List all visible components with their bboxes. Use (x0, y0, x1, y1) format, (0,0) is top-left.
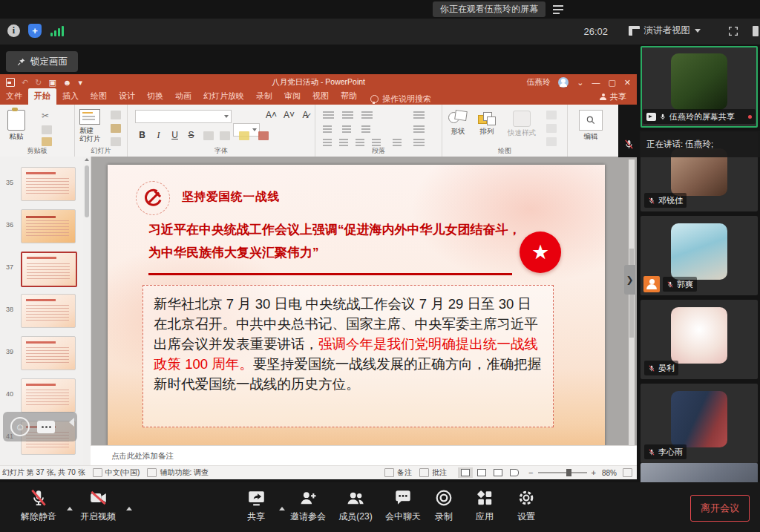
zoom-slider-thumb[interactable] (566, 469, 571, 476)
quick-access-toolbar[interactable]: ↶ ↻ ▣ ☻ ▾ (6, 78, 82, 88)
text-direction-icon[interactable] (413, 111, 425, 120)
editing-button[interactable]: 编辑 (579, 110, 603, 142)
slide-body-textbox[interactable]: 新华社北京 7 月 30 日电 中央统战工作会议 7 月 29 日至 30 日在… (142, 285, 554, 427)
participant-tile[interactable]: 晏利 (641, 300, 758, 379)
paste-button[interactable]: 粘贴 (7, 110, 25, 142)
customize-qat-icon[interactable]: ▾ (78, 78, 82, 88)
new-slide-button[interactable]: 新建 幻灯片 (79, 109, 101, 142)
slideshow-view-button[interactable] (507, 467, 522, 478)
fullscreen-icon[interactable] (727, 25, 739, 37)
bullets-icon[interactable] (323, 111, 334, 120)
accessibility-status[interactable]: 辅助功能: 调查 (160, 467, 209, 478)
participant-tile[interactable]: 郭爽 (641, 216, 758, 295)
redo-icon[interactable]: ↻ (35, 78, 42, 88)
account-icon[interactable]: ☻ (63, 78, 72, 87)
reaction-smiley-icon[interactable]: ☺ (10, 417, 30, 436)
invite-button[interactable]: 邀请参会 (285, 488, 331, 523)
tab-view[interactable]: 视图 (307, 88, 335, 105)
tab-transitions[interactable]: 切换 (141, 88, 169, 105)
slide-thumbnail[interactable] (21, 294, 76, 328)
slide-thumbnail[interactable] (21, 378, 76, 413)
section-icon[interactable] (111, 137, 121, 146)
tab-draw[interactable]: 绘图 (85, 88, 113, 105)
slide-thumbnail[interactable] (21, 336, 76, 370)
video-options-caret[interactable] (126, 507, 132, 510)
reset-slide-icon[interactable] (111, 124, 121, 133)
clear-format-icon[interactable]: A̷ (300, 110, 311, 120)
list-level-icon[interactable] (361, 111, 373, 120)
security-shield-icon[interactable]: + (28, 24, 42, 38)
zoom-in-button[interactable]: + (592, 468, 596, 477)
close-icon[interactable]: ✕ (624, 78, 631, 88)
lock-view-button[interactable]: 锁定画面 (6, 51, 78, 72)
account-avatar[interactable] (558, 77, 569, 88)
layout-menu-icon[interactable] (111, 111, 121, 119)
arrange-button[interactable]: 排列 (478, 111, 496, 137)
change-case-icon[interactable] (220, 131, 230, 140)
chat-button[interactable]: 会中聊天 (381, 488, 425, 523)
restore-icon[interactable]: ▢ (608, 78, 615, 88)
tell-me-search[interactable]: 操作说明搜索 (370, 93, 431, 105)
grow-font-icon[interactable]: A˄ (266, 110, 277, 120)
shape-fill-icon[interactable] (546, 111, 557, 119)
cut-icon[interactable]: ✂ (42, 111, 49, 121)
apps-button[interactable]: 应用 (469, 488, 500, 523)
tab-help[interactable]: 帮助 (335, 88, 363, 105)
current-slide[interactable]: 坚持爱国统一战线 习近平在中央统战工作会议上强调“促进海内外中华儿女团结奋斗， … (108, 165, 605, 447)
line-spacing-icon[interactable] (361, 125, 370, 134)
tab-slideshow[interactable]: 幻灯片放映 (197, 88, 250, 105)
zoom-level[interactable]: 88% (602, 469, 617, 477)
align-text-icon[interactable] (413, 125, 425, 134)
leave-meeting-button[interactable]: 离开会议 (690, 495, 750, 522)
banner-menu-icon[interactable] (553, 5, 565, 14)
thumbnail-scrollbar[interactable] (83, 157, 91, 465)
tab-insert[interactable]: 插入 (56, 88, 85, 105)
tab-record[interactable]: 录制 (250, 88, 278, 105)
undo-icon[interactable]: ↶ (22, 78, 28, 88)
decrease-indent-icon[interactable] (323, 125, 332, 134)
language-label[interactable]: 中文(中国) (105, 467, 140, 478)
share-screen-button[interactable]: 共享 (239, 488, 273, 523)
tab-home[interactable]: 开始 (28, 88, 56, 105)
slide-thumbnail-selected[interactable] (21, 252, 77, 287)
font-color-icon[interactable] (258, 131, 269, 140)
zoom-slider[interactable] (538, 472, 587, 473)
tab-design[interactable]: 设计 (113, 88, 141, 105)
numbering-icon[interactable] (342, 111, 353, 120)
font-name-combobox[interactable] (135, 110, 232, 123)
underline-button[interactable]: U (169, 130, 180, 140)
reading-view-button[interactable] (491, 467, 505, 478)
settings-button[interactable]: 设置 (511, 488, 542, 523)
panel-expand-chevron[interactable]: ❯ (624, 265, 635, 295)
floating-reaction-bar[interactable]: ☺ (3, 412, 77, 441)
more-chat-icon[interactable] (37, 421, 55, 433)
increase-indent-icon[interactable] (342, 125, 351, 134)
save-icon[interactable] (6, 78, 15, 87)
slide-sorter-view-button[interactable] (474, 467, 489, 478)
info-icon[interactable]: i (7, 24, 20, 37)
slide-thumbnail[interactable] (21, 167, 76, 201)
participant-tile-screen-share[interactable]: 伍燕玲的屏幕共享 (641, 46, 758, 128)
minimize-icon[interactable]: — (592, 78, 600, 87)
shrink-font-icon[interactable]: A˅ (284, 110, 295, 120)
normal-view-button[interactable] (458, 467, 473, 478)
strikethrough-button[interactable]: S (186, 130, 197, 140)
record-button[interactable]: 录制 (429, 488, 459, 523)
quick-styles-button[interactable]: 快速样式 (508, 111, 536, 138)
office-share-button[interactable]: 共享 (600, 91, 626, 105)
start-video-button[interactable]: 开启视频 (74, 488, 122, 523)
slideshow-icon[interactable]: ▣ (48, 78, 56, 88)
fit-to-window-icon[interactable] (623, 468, 632, 477)
ribbon-display-icon[interactable]: ⌄ (577, 78, 583, 88)
share-options-caret[interactable] (279, 507, 285, 510)
sidebar-toggle-icon[interactable] (753, 26, 759, 36)
members-button[interactable]: 成员(23) (334, 488, 377, 523)
shape-outline-icon[interactable] (546, 124, 557, 133)
mic-options-caret[interactable] (67, 507, 73, 510)
format-painter-icon[interactable] (42, 137, 52, 146)
shape-effects-icon[interactable] (546, 137, 557, 146)
tab-animations[interactable]: 动画 (169, 88, 197, 105)
slide-thumbnail[interactable] (21, 209, 76, 243)
unmute-button[interactable]: 解除静音 (15, 488, 62, 523)
shapes-button[interactable]: 形状 (448, 111, 468, 137)
